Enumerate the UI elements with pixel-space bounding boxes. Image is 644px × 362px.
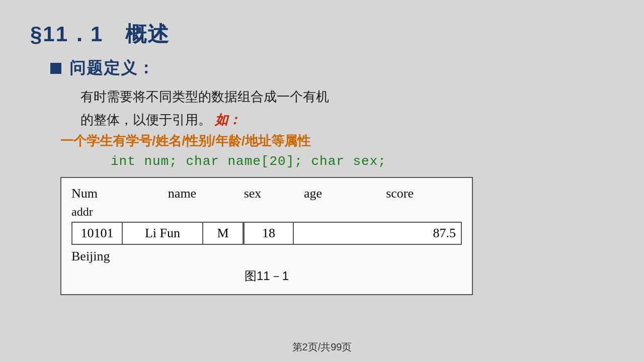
highlight-text: 如： [215, 112, 241, 127]
body-line1: 有时需要将不同类型的数据组合成一个有机 [80, 86, 614, 108]
figure-caption: 图11－1 [71, 268, 462, 284]
table-addr: Beijing [71, 249, 462, 264]
table-header-row: Num name sex age score [71, 186, 462, 201]
col-name-header: name [142, 186, 222, 201]
table-container: Num name sex age score addr 10101 Li Fun… [60, 177, 473, 295]
page-number: 第2页/共99页 [292, 340, 352, 354]
col-age-header: age [283, 186, 343, 201]
cell-sex: M [203, 223, 244, 244]
col-num-header: Num [71, 186, 142, 201]
cell-age: 18 [244, 223, 294, 244]
col-sex-header: sex [222, 186, 283, 201]
cell-name: Li Fun [123, 223, 203, 244]
slide-title: §11．1 概述 [30, 20, 614, 48]
bullet-icon [50, 63, 61, 74]
student-properties: 一个学生有学号/姓名/性别/年龄/地址等属性 [60, 132, 614, 150]
slide: §11．1 概述 问题定义： 有时需要将不同类型的数据组合成一个有机 的整体，以… [0, 0, 644, 362]
cell-score: 87.5 [294, 223, 461, 244]
code-line: int num; char name[20]; char sex; [111, 154, 614, 169]
col-score-header: score [343, 186, 414, 201]
cell-num: 10101 [72, 223, 123, 244]
table-subheader: addr [71, 205, 462, 219]
section-title: 问题定义： [69, 57, 155, 79]
section-marker: 问题定义： [50, 57, 614, 79]
table-data-row: 10101 Li Fun M 18 87.5 [71, 222, 462, 245]
body-line2: 的整体，以便于引用。 如： [80, 110, 614, 131]
